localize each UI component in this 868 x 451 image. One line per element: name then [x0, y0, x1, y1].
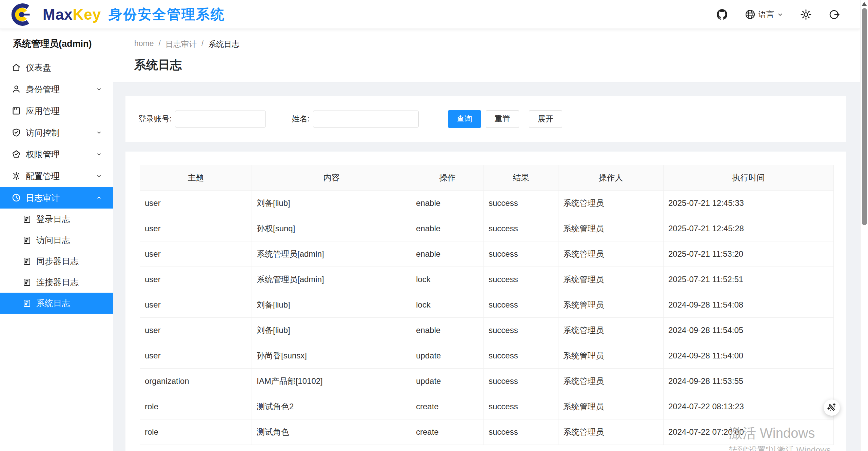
- breadcrumb: home / 日志审计 / 系统日志: [134, 29, 860, 50]
- cell-content: 刘备[liub]: [252, 292, 411, 318]
- brand-name-secondary: Key: [73, 6, 101, 23]
- cell-content: 刘备[liub]: [252, 191, 411, 216]
- sidebar-subitem-login-log[interactable]: 登录日志: [0, 209, 113, 230]
- cell-topic: role: [140, 394, 252, 419]
- sidebar-subitem-synchronizer-log[interactable]: 同步器日志: [0, 251, 113, 272]
- github-icon[interactable]: [716, 8, 728, 21]
- cell-topic: user: [140, 292, 252, 318]
- sidebar-item-permissions[interactable]: 权限管理: [0, 143, 113, 165]
- user-icon: [12, 84, 21, 94]
- main-content: home / 日志审计 / 系统日志 系统日志 登录账号: 姓名: 查询 重置 …: [113, 29, 860, 451]
- cell-topic: user: [140, 241, 252, 267]
- cell-result: success: [484, 241, 558, 267]
- globe-icon: [745, 9, 756, 20]
- cell-exec-time: 2024-09-28 11:54:08: [664, 292, 834, 318]
- cell-topic: organization: [140, 369, 252, 394]
- sidebar-item-configuration[interactable]: 配置管理: [0, 165, 113, 187]
- sidebar: 系统管理员(admin) 仪表盘 身份管理 应用管理 访问控制 权限管理 配置管: [0, 29, 113, 451]
- log-card-icon: [22, 299, 32, 308]
- sidebar-item-log-audit[interactable]: 日志审计: [0, 187, 113, 209]
- brand: MaxKey 身份安全管理系统: [43, 0, 225, 29]
- cell-result: success: [484, 343, 558, 369]
- log-table-panel: 主题 内容 操作 结果 操作人 执行时间 user刘备[liub]enables…: [125, 152, 846, 451]
- scrollbar-thumb[interactable]: [862, 8, 867, 225]
- cell-action: lock: [411, 292, 484, 318]
- cell-operator: 系统管理员: [558, 343, 664, 369]
- breadcrumb-item-log-audit[interactable]: 日志审计: [165, 39, 197, 50]
- sidebar-item-applications[interactable]: 应用管理: [0, 100, 113, 122]
- cell-topic: user: [140, 267, 252, 292]
- magic-wand-icon: [826, 402, 837, 413]
- vertical-scrollbar[interactable]: [860, 0, 868, 451]
- cell-content: 孙权[sunq]: [252, 216, 411, 241]
- cell-result: success: [484, 267, 558, 292]
- name-input[interactable]: [313, 111, 419, 128]
- table-row: user系统管理员[admin]enablesuccess系统管理员2025-0…: [140, 241, 834, 267]
- chevron-down-icon: [96, 130, 102, 136]
- cell-operator: 系统管理员: [558, 241, 664, 267]
- cell-operator: 系统管理员: [558, 216, 664, 241]
- cell-exec-time: 2024-09-28 11:54:00: [664, 343, 834, 369]
- cell-operator: 系统管理员: [558, 394, 664, 419]
- sidebar-item-dashboard[interactable]: 仪表盘: [0, 57, 113, 78]
- column-header-content: 内容: [252, 165, 411, 191]
- query-button[interactable]: 查询: [448, 110, 481, 128]
- log-card-icon: [22, 278, 32, 287]
- expand-button[interactable]: 展开: [529, 110, 562, 128]
- login-account-input[interactable]: [175, 111, 266, 128]
- sidebar-subitem-access-log[interactable]: 访问日志: [0, 230, 113, 251]
- sidebar-item-identity[interactable]: 身份管理: [0, 78, 113, 100]
- sidebar-item-label: 仪表盘: [26, 62, 51, 73]
- sidebar-subitem-label: 登录日志: [36, 214, 70, 225]
- sidebar-item-label: 身份管理: [26, 84, 60, 95]
- cell-operator: 系统管理员: [558, 292, 664, 318]
- breadcrumb-item-current: 系统日志: [208, 39, 239, 50]
- cell-result: success: [484, 292, 558, 318]
- cell-content: 测试角色2: [252, 394, 411, 419]
- chevron-down-icon: [96, 86, 102, 92]
- cell-content: 刘备[liub]: [252, 318, 411, 343]
- sidebar-subitem-label: 访问日志: [36, 235, 70, 246]
- table-row: user刘备[liub]enablesuccess系统管理员2025-07-21…: [140, 191, 834, 216]
- sidebar-subitem-connector-log[interactable]: 连接器日志: [0, 272, 113, 293]
- maxkey-logo-icon: [10, 2, 35, 27]
- breadcrumb-item-home[interactable]: home: [134, 39, 154, 50]
- sidebar-item-access-control[interactable]: 访问控制: [0, 122, 113, 143]
- column-header-result: 结果: [484, 165, 558, 191]
- language-switcher[interactable]: 语言: [745, 9, 784, 20]
- log-card-icon: [22, 257, 32, 266]
- brand-name-primary: Max: [43, 6, 73, 23]
- cell-operator: 系统管理员: [558, 267, 664, 292]
- system-log-table: 主题 内容 操作 结果 操作人 执行时间 user刘备[liub]enables…: [140, 165, 834, 445]
- column-header-exec-time: 执行时间: [664, 165, 834, 191]
- sidebar-subitem-label: 系统日志: [36, 298, 70, 309]
- cell-action: create: [411, 419, 484, 445]
- breadcrumb-separator: /: [201, 39, 203, 50]
- sidebar-item-label: 访问控制: [26, 127, 60, 138]
- cell-topic: role: [140, 419, 252, 445]
- breadcrumb-separator: /: [159, 39, 161, 50]
- topbar-actions: 语言: [716, 0, 840, 29]
- cell-content: 系统管理员[admin]: [252, 267, 411, 292]
- cell-result: success: [484, 394, 558, 419]
- log-card-icon: [22, 236, 32, 245]
- column-header-action: 操作: [411, 165, 484, 191]
- cell-exec-time: 2025-07-21 12:45:28: [664, 216, 834, 241]
- column-header-topic: 主题: [140, 165, 252, 191]
- cell-action: update: [411, 343, 484, 369]
- table-row: user孙尚香[sunsx]updatesuccess系统管理员2024-09-…: [140, 343, 834, 369]
- sidebar-subitem-system-log[interactable]: 系统日志: [0, 293, 113, 314]
- reset-button[interactable]: 重置: [486, 110, 519, 128]
- logout-icon[interactable]: [828, 9, 840, 20]
- gear-icon[interactable]: [800, 8, 812, 21]
- magic-wand-button[interactable]: [824, 399, 840, 416]
- table-row: role测试角色2createsuccess系统管理员2024-07-22 08…: [140, 394, 834, 419]
- sidebar-item-label: 权限管理: [26, 149, 60, 160]
- product-title: 身份安全管理系统: [108, 5, 225, 24]
- log-card-icon: [22, 215, 32, 224]
- column-header-operator: 操作人: [558, 165, 664, 191]
- cell-topic: user: [140, 318, 252, 343]
- scrollbar-up-arrow-icon[interactable]: [862, 2, 867, 6]
- cell-action: create: [411, 394, 484, 419]
- table-row: user系统管理员[admin]locksuccess系统管理员2025-07-…: [140, 267, 834, 292]
